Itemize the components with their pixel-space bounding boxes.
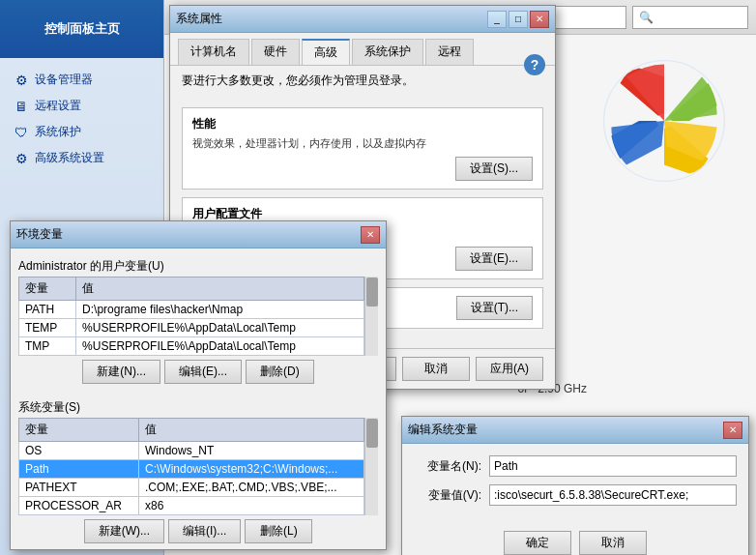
warning-text: 要进行大多数更改，您必须作为管理员登录。 bbox=[170, 66, 555, 96]
sysprop-titlebar: 系统属性 _ □ ✕ bbox=[170, 6, 555, 33]
table-row-selected[interactable]: Path C:\Windows\system32;C:\Windows;... bbox=[19, 460, 364, 479]
sysprop-minimize-button[interactable]: _ bbox=[487, 11, 507, 28]
user-new-button[interactable]: 新建(N)... bbox=[82, 360, 160, 384]
sysprop-maximize-button[interactable]: □ bbox=[509, 11, 528, 28]
editvar-close-button[interactable]: ✕ bbox=[723, 422, 742, 439]
sidebar-nav: ⚙ 设备管理器 🖥 远程设置 🛡 系统保护 ⚙ 高级系统设置 bbox=[0, 58, 163, 182]
sidebar-header-text: 控制面板主页 bbox=[44, 20, 120, 38]
user-var-name: PATH bbox=[19, 301, 76, 319]
remote-icon: 🖥 bbox=[14, 99, 29, 114]
desktop: 控制面板主页 ⚙ 设备管理器 🖥 远程设置 🛡 系统保护 ⚙ 高级系统设置 bbox=[0, 0, 756, 555]
user-vars-label: Administrator 的用户变量(U) bbox=[18, 254, 378, 277]
table-row[interactable]: PROCESSOR_AR x86 bbox=[19, 497, 364, 515]
varvalue-label: 变量值(V): bbox=[414, 487, 481, 504]
sidebar-item-label: 远程设置 bbox=[35, 98, 81, 114]
editvar-footer: 确定 取消 bbox=[402, 525, 748, 555]
col-val-header: 值 bbox=[138, 419, 363, 442]
sys-var-name: Path bbox=[19, 460, 139, 479]
device-manager-icon: ⚙ bbox=[14, 73, 29, 88]
tab-computername[interactable]: 计算机名 bbox=[178, 39, 249, 65]
sys-vars-buttons: 新建(W)... 编辑(I)... 删除(L) bbox=[18, 519, 378, 543]
varname-row: 变量名(N): bbox=[414, 455, 737, 477]
user-var-name: TEMP bbox=[19, 319, 76, 337]
tab-advanced[interactable]: 高级 bbox=[302, 39, 350, 65]
tab-hardware[interactable]: 硬件 bbox=[251, 39, 300, 65]
editvar-ok-button[interactable]: 确定 bbox=[504, 531, 571, 555]
sys-vars-label: 系统变量(S) bbox=[18, 395, 378, 418]
editvar-content: 变量名(N): 变量值(V): bbox=[402, 444, 748, 525]
envvar-dialog: 环境变量 ✕ Administrator 的用户变量(U) 变量 值 PATH bbox=[10, 220, 387, 550]
help-icon[interactable]: ? bbox=[524, 54, 545, 75]
varvalue-input[interactable] bbox=[489, 484, 737, 506]
scrollbar-thumb bbox=[366, 419, 378, 448]
scrollbar-thumb bbox=[366, 278, 378, 307]
varname-input[interactable] bbox=[489, 455, 737, 477]
user-var-value: %USERPROFILE%\AppData\Local\Temp bbox=[76, 319, 364, 337]
sysprop-title: 系统属性 bbox=[176, 11, 487, 27]
sys-var-name: PATHEXT bbox=[19, 479, 139, 497]
varname-label: 变量名(N): bbox=[414, 458, 481, 475]
sysprop-tabs: 计算机名 硬件 高级 系统保护 远程 bbox=[170, 33, 555, 66]
perf-settings-button[interactable]: 设置(S)... bbox=[455, 157, 533, 181]
sys-var-name: PROCESSOR_AR bbox=[19, 497, 139, 515]
user-var-value: %USERPROFILE%\AppData\Local\Temp bbox=[76, 337, 364, 356]
sysprop-close-button[interactable]: ✕ bbox=[530, 11, 549, 28]
sys-edit-button[interactable]: 编辑(I)... bbox=[168, 519, 241, 543]
advanced-icon: ⚙ bbox=[14, 151, 29, 166]
protect-icon: 🛡 bbox=[14, 125, 29, 140]
user-vars-buttons: 新建(N)... 编辑(E)... 删除(D) bbox=[18, 360, 378, 384]
sys-new-button[interactable]: 新建(W)... bbox=[84, 519, 164, 543]
sidebar-item-advanced[interactable]: ⚙ 高级系统设置 bbox=[8, 146, 156, 170]
sidebar-item-device-manager[interactable]: ⚙ 设备管理器 bbox=[8, 68, 156, 92]
editvar-cancel-button[interactable]: 取消 bbox=[579, 531, 647, 555]
sidebar-item-remote[interactable]: 🖥 远程设置 bbox=[8, 94, 156, 118]
table-row[interactable]: TEMP %USERPROFILE%\AppData\Local\Temp bbox=[19, 319, 364, 337]
sys-delete-button[interactable]: 删除(L) bbox=[245, 519, 312, 543]
editvar-titlebar: 编辑系统变量 ✕ bbox=[402, 417, 748, 444]
table-row[interactable]: PATHEXT .COM;.EXE;.BAT;.CMD;.VBS;.VBE;..… bbox=[19, 479, 364, 497]
user-edit-button[interactable]: 编辑(E)... bbox=[164, 360, 242, 384]
search-input[interactable]: 🔍 bbox=[632, 6, 748, 29]
sidebar-item-label: 系统保护 bbox=[35, 124, 81, 140]
envvar-close-button[interactable]: ✕ bbox=[361, 226, 380, 244]
sys-var-value: x86 bbox=[138, 497, 363, 515]
sys-var-value: .COM;.EXE;.BAT;.CMD;.VBS;.VBE;... bbox=[138, 479, 363, 497]
user-vars-scrollbar[interactable] bbox=[364, 277, 378, 356]
userprofile-settings-button[interactable]: 设置(E)... bbox=[455, 247, 533, 271]
sysprop-apply-button[interactable]: 应用(A) bbox=[476, 357, 543, 381]
tab-sysprotect[interactable]: 系统保护 bbox=[352, 39, 423, 65]
editvar-title: 编辑系统变量 bbox=[408, 422, 723, 438]
sys-var-value: C:\Windows\system32;C:\Windows;... bbox=[138, 460, 363, 479]
col-var-header: 变量 bbox=[19, 278, 76, 301]
sys-var-value: Windows_NT bbox=[138, 442, 363, 460]
varvalue-row: 变量值(V): bbox=[414, 484, 737, 506]
sys-vars-table-wrap: 变量 值 OS Windows_NT Path C:\Windows\syste… bbox=[18, 418, 378, 515]
col-var-header: 变量 bbox=[19, 419, 139, 442]
editvar-dialog: 编辑系统变量 ✕ 变量名(N): 变量值(V): 确定 取消 bbox=[401, 416, 749, 555]
startup-settings-button[interactable]: 设置(T)... bbox=[456, 296, 533, 320]
sys-vars-table: 变量 值 OS Windows_NT Path C:\Windows\syste… bbox=[18, 418, 364, 515]
perf-desc: 视觉效果，处理器计划，内存使用，以及虚拟内存 bbox=[192, 136, 533, 151]
windows-logo bbox=[601, 58, 727, 184]
sidebar-item-label: 设备管理器 bbox=[35, 72, 93, 88]
sys-vars-section: 系统变量(S) 变量 值 OS Windows_NT bbox=[11, 390, 386, 549]
user-delete-button[interactable]: 删除(D) bbox=[246, 360, 314, 384]
sys-vars-scrollbar[interactable] bbox=[364, 418, 378, 515]
sidebar-item-system-protect[interactable]: 🛡 系统保护 bbox=[8, 120, 156, 144]
table-row[interactable]: TMP %USERPROFILE%\AppData\Local\Temp bbox=[19, 337, 364, 356]
user-var-name: TMP bbox=[19, 337, 76, 356]
sysprop-cancel-button[interactable]: 取消 bbox=[402, 357, 470, 381]
user-vars-section: Administrator 的用户变量(U) 变量 值 PATH D:\prog… bbox=[11, 248, 386, 390]
user-var-value: D:\programe files\hacker\Nmap bbox=[76, 301, 364, 319]
table-row[interactable]: PATH D:\programe files\hacker\Nmap bbox=[19, 301, 364, 319]
perf-title: 性能 bbox=[192, 116, 533, 132]
col-val-header: 值 bbox=[76, 278, 364, 301]
envvar-titlebar: 环境变量 ✕ bbox=[11, 221, 386, 248]
table-row[interactable]: OS Windows_NT bbox=[19, 442, 364, 460]
user-vars-table-wrap: 变量 值 PATH D:\programe files\hacker\Nmap … bbox=[18, 277, 378, 356]
tab-remote[interactable]: 远程 bbox=[425, 39, 474, 65]
user-vars-table: 变量 值 PATH D:\programe files\hacker\Nmap … bbox=[18, 277, 364, 356]
performance-section: 性能 视觉效果，处理器计划，内存使用，以及虚拟内存 设置(S)... bbox=[182, 107, 543, 190]
envvar-title: 环境变量 bbox=[16, 226, 361, 243]
sys-var-name: OS bbox=[19, 442, 139, 460]
